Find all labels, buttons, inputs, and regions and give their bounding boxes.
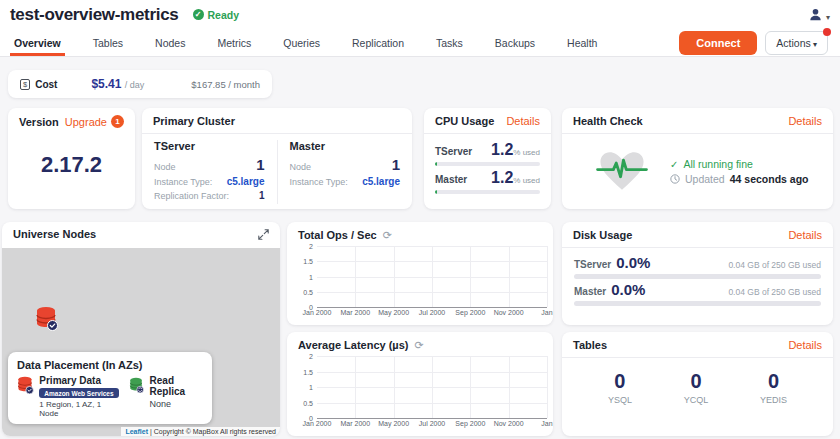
master-column: Master Node 1 Instance Type: c5.large [277,140,401,204]
notification-dot [823,28,831,36]
tab-tables[interactable]: Tables [89,29,127,56]
upgrade-link[interactable]: Upgrade 1 [65,115,124,128]
status-badge: Ready [193,9,240,21]
app-header: test-overview-metrics Ready [0,0,840,29]
disk-tserver-row: TServer 0.0% 0.04 GB of 250 GB used [574,254,821,279]
actions-dropdown-label: Actions [776,37,810,49]
check-circle-icon [193,9,204,20]
tab-nodes[interactable]: Nodes [151,29,189,56]
cpu-usage-title: CPU Usage [435,115,494,127]
tab-bar: Overview Tables Nodes Metrics Queries Re… [0,29,840,57]
read-replica-value: None [150,399,203,409]
cpu-details-link[interactable]: Details [506,115,540,127]
health-updated-line: Updated 44 seconds ago [670,173,808,185]
chevron-down-icon [811,37,817,49]
health-details-link[interactable]: Details [788,115,822,127]
expand-icon[interactable] [258,229,269,240]
tab-queries[interactable]: Queries [279,29,324,56]
data-placement-title: Data Placement (In AZs) [17,359,203,371]
database-version: 2.17.2 [8,152,135,178]
read-replica-block: Read Replica None [129,375,203,418]
tab-overview[interactable]: Overview [10,29,65,56]
universe-nodes-card: Universe Nodes Data Placement (In AZs) [2,222,280,436]
cost-per-month: $167.85 / month [191,79,260,90]
upgrade-count-badge: 1 [111,115,124,128]
average-latency-plot: 21.510.50Jan 2000Mar 2000May 2000Jul 200… [317,356,547,419]
primary-cluster-title: Primary Cluster [153,115,235,127]
refresh-icon[interactable] [383,230,392,241]
node-map-marker-icon[interactable] [35,306,59,332]
user-icon[interactable] [808,7,823,22]
master-heading: Master [290,140,401,152]
cost-icon [20,79,30,90]
cpu-tserver-row: TServer 1.2 % used [435,141,540,159]
disk-master-progressbar [574,301,821,306]
average-latency-chart-card: Average Latency (µs) 21.510.50Jan 2000Ma… [287,332,553,436]
primary-cluster-card: Primary Cluster TServer Node 1 Instance … [142,108,412,209]
primary-data-db-icon [17,375,34,396]
read-replica-db-icon [129,375,144,396]
disk-usage-title: Disk Usage [573,229,632,241]
page-title: test-overview-metrics [10,5,179,25]
version-card: Version Upgrade 1 2.17.2 [8,108,135,209]
yedis-count: 0 YEDIS [760,370,787,405]
leaflet-link[interactable]: Leaflet [125,428,148,435]
universe-tabs: Overview Tables Nodes Metrics Queries Re… [10,29,625,56]
average-latency-chart-title: Average Latency (µs) [298,339,408,351]
cost-per-day: $5.41 / day [91,77,144,91]
map-attribution: Leaflet | Copyright © MapBox All rights … [121,427,280,436]
disk-master-row: Master 0.0% 0.04 GB of 250 GB used [574,281,821,306]
tserver-column: TServer Node 1 Instance Type: c5.large R… [154,140,277,204]
connect-button[interactable]: Connect [679,31,757,55]
heartbeat-icon [596,148,648,194]
actions-dropdown-button[interactable]: Actions [765,31,828,55]
tables-title: Tables [573,339,607,351]
status-badge-label: Ready [208,9,240,21]
map-canvas[interactable]: Data Placement (In AZs) Primary Data Ama… [2,248,280,436]
provider-badge: Amazon Web Services [39,388,118,398]
cpu-master-progressbar [435,190,540,194]
tserver-instance-row: Instance Type: c5.large [154,176,265,187]
cost-label: Cost [35,79,57,90]
tserver-node-row: Node 1 [154,156,265,173]
disk-usage-card: Disk Usage Details TServer 0.0% 0.04 GB … [562,222,833,325]
disk-tserver-progressbar [574,274,821,279]
tab-tasks[interactable]: Tasks [432,29,467,56]
cpu-usage-card: CPU Usage Details TServer 1.2 % used Mas… [424,108,551,209]
ycql-count: 0 YCQL [684,370,709,405]
clock-icon [670,174,680,184]
master-instance-row: Instance Type: c5.large [290,176,401,187]
cost-summary-card: Cost $5.41 / day $167.85 / month [8,70,272,98]
total-ops-chart-title: Total Ops / Sec [298,229,377,241]
primary-data-summary: 1 Region, 1 AZ, 1 Node [39,400,119,418]
version-card-title: Version [19,116,59,128]
tab-health[interactable]: Health [563,29,601,56]
tserver-replication-row: Replication Factor: 1 [154,190,265,201]
tserver-heading: TServer [154,140,265,152]
refresh-icon[interactable] [414,340,423,351]
health-status-line: All running fine [670,158,808,170]
read-replica-label: Read Replica [150,375,203,397]
cpu-tserver-progressbar [435,162,540,166]
health-check-title: Health Check [573,115,643,127]
tab-backups[interactable]: Backups [491,29,539,56]
universe-nodes-title: Universe Nodes [13,228,96,240]
total-ops-plot: 21.510.50Jan 2000Mar 2000May 2000Jul 200… [317,246,547,308]
tables-details-link[interactable]: Details [788,339,822,351]
ysql-count: 0 YSQL [608,370,632,405]
primary-data-label: Primary Data [39,375,119,386]
tab-metrics[interactable]: Metrics [213,29,255,56]
cpu-master-row: Master 1.2 % used [435,169,540,187]
master-node-row: Node 1 [290,156,401,173]
health-check-card: Health Check Details All running fine Up… [562,108,833,209]
tables-card: Tables Details 0 YSQL 0 YCQL 0 YEDIS [562,332,833,436]
total-ops-chart-card: Total Ops / Sec 21.510.50Jan 2000Mar 200… [287,222,553,325]
disk-details-link[interactable]: Details [788,229,822,241]
user-menu-caret-icon[interactable] [826,6,830,24]
primary-data-block: Primary Data Amazon Web Services 1 Regio… [17,375,119,418]
tab-replication[interactable]: Replication [348,29,408,56]
check-icon [670,158,678,170]
data-placement-overlay: Data Placement (In AZs) Primary Data Ama… [8,352,212,424]
map-copyright: | Copyright © MapBox All rights reserved [150,428,276,435]
